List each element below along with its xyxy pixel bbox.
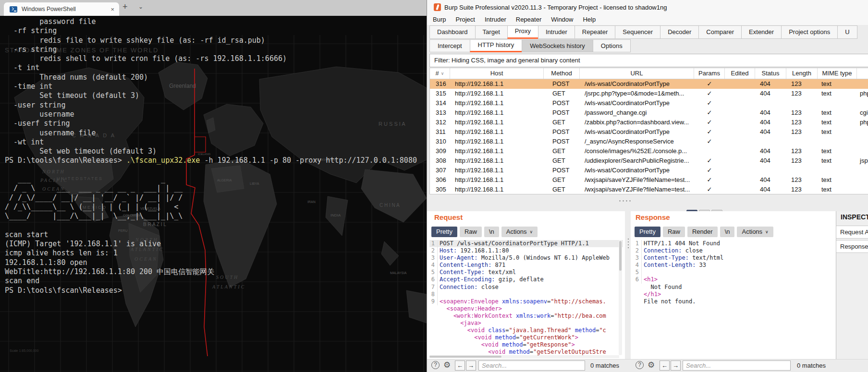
view-tab-n[interactable]: \n bbox=[720, 227, 735, 237]
prev-match-button[interactable]: ← bbox=[660, 360, 670, 371]
cell-ext bbox=[857, 146, 868, 156]
tab-dropdown-icon[interactable]: ⌄ bbox=[138, 3, 143, 10]
request-view-tabs: PrettyRaw\nActions∨ bbox=[431, 227, 538, 237]
sub-tab-options[interactable]: Options bbox=[593, 39, 631, 52]
cell-url: /_async/AsyncResponseService bbox=[580, 137, 694, 146]
table-row[interactable]: 313http://192.168.1.1POST/password_chang… bbox=[430, 108, 868, 118]
sub-tab-intercept[interactable]: Intercept bbox=[429, 39, 470, 52]
table-row[interactable]: 312http://192.168.1.1GET/zabbix.php?acti… bbox=[430, 118, 868, 127]
sub-tab-http-history[interactable]: HTTP history bbox=[470, 39, 523, 52]
menu-item-help[interactable]: Help bbox=[578, 14, 600, 23]
column-header-ext[interactable]: Ext bbox=[857, 68, 868, 79]
cell-mime-type: text bbox=[818, 108, 857, 118]
main-tab-proxy[interactable]: Proxy bbox=[507, 25, 538, 39]
next-match-button[interactable]: → bbox=[671, 360, 681, 371]
table-row[interactable]: 306http://192.168.1.1GET/wxjsapi/saveYZJ… bbox=[430, 175, 868, 185]
cell-ext bbox=[857, 98, 868, 108]
menu-item-window[interactable]: Window bbox=[546, 14, 578, 23]
response-editor[interactable]: 1HTTP/1.1 404 Not Found2Connection: clos… bbox=[634, 240, 832, 358]
close-tab-icon[interactable]: × bbox=[110, 6, 114, 13]
view-tab-actions[interactable]: Actions∨ bbox=[737, 227, 773, 237]
response-matches-label: 0 matches bbox=[797, 362, 826, 369]
cell-url: /wls-wsat/CoordinatorPortType bbox=[580, 79, 694, 89]
cell-ext: jsp bbox=[857, 156, 868, 166]
table-row[interactable]: 305http://192.168.1.1GET/wxjsapi/saveYZJ… bbox=[430, 185, 868, 194]
next-match-button[interactable]: → bbox=[466, 360, 476, 371]
response-panel: Response PrettyRawRender\nActions∨ 1HTTP… bbox=[631, 211, 836, 359]
view-tab-raw[interactable]: Raw bbox=[460, 227, 482, 237]
table-row[interactable]: 310http://192.168.1.1POST/_async/AsyncRe… bbox=[430, 137, 868, 146]
view-tab-raw[interactable]: Raw bbox=[663, 227, 685, 237]
cell-edited bbox=[725, 98, 755, 108]
response-search-input[interactable] bbox=[683, 360, 791, 371]
column-header-host[interactable]: Host bbox=[450, 68, 544, 79]
view-tab-pretty[interactable]: Pretty bbox=[431, 227, 457, 237]
main-tab-sequencer[interactable]: Sequencer bbox=[615, 25, 660, 39]
table-row[interactable]: 307http://192.168.1.1POST/wls-wsat/Coord… bbox=[430, 166, 868, 175]
cell-status: 404 bbox=[755, 156, 786, 166]
prev-match-button[interactable]: ← bbox=[455, 360, 465, 371]
sub-tab-websockets-history[interactable]: WebSockets history bbox=[522, 39, 593, 52]
main-tab-extender[interactable]: Extender bbox=[741, 25, 782, 39]
cell-method: GET bbox=[544, 185, 580, 194]
code-line: 3User-Agent: Mozilla/5.0 (Windows NT 6.1… bbox=[429, 254, 623, 262]
column-header-status[interactable]: Status bbox=[755, 68, 786, 79]
main-tab-comparer[interactable]: Comparer bbox=[698, 25, 742, 39]
powershell-icon bbox=[10, 6, 17, 12]
main-tab-repeater[interactable]: Repeater bbox=[575, 25, 615, 39]
cell--: 313 bbox=[430, 108, 450, 118]
gear-icon[interactable]: ⚙ bbox=[443, 360, 451, 370]
request-horizontal-scrollbar[interactable] bbox=[429, 355, 619, 358]
terminal-tab[interactable]: Windows PowerShell × bbox=[4, 2, 119, 16]
table-row[interactable]: 311http://192.168.1.1POST/wls-wsat/Coord… bbox=[430, 127, 868, 137]
new-tab-button[interactable]: + bbox=[122, 2, 128, 12]
request-search-input[interactable] bbox=[478, 360, 585, 371]
main-tab-decoder[interactable]: Decoder bbox=[660, 25, 699, 39]
view-tab-actions[interactable]: Actions∨ bbox=[501, 227, 538, 237]
cell-host: http://192.168.1.1 bbox=[450, 185, 544, 194]
cell-edited bbox=[725, 185, 755, 194]
view-tab-render[interactable]: Render bbox=[687, 227, 718, 237]
filter-bar[interactable]: Filter: Hiding CSS, image and general bi… bbox=[429, 54, 868, 67]
view-tab-pretty[interactable]: Pretty bbox=[635, 227, 660, 237]
column-header-params[interactable]: Params bbox=[694, 68, 725, 79]
cell-mime-type: text bbox=[818, 79, 857, 89]
gear-icon[interactable]: ⚙ bbox=[648, 360, 655, 370]
line-number: 4 bbox=[429, 262, 438, 269]
main-tab-target[interactable]: Target bbox=[475, 25, 508, 39]
table-row[interactable]: 309http://192.168.1.1GET/console/images/… bbox=[430, 146, 868, 156]
panel-divider[interactable] bbox=[625, 211, 631, 359]
main-tab-intruder[interactable]: Intruder bbox=[538, 25, 575, 39]
column-header-length[interactable]: Length bbox=[786, 68, 818, 79]
menu-item-intruder[interactable]: Intruder bbox=[480, 14, 511, 23]
request-editor[interactable]: 1POST /wls-wsat/CoordinatorPortType HTTP… bbox=[429, 240, 623, 358]
table-row[interactable]: 316http://192.168.1.1POST/wls-wsat/Coord… bbox=[430, 79, 868, 89]
column-header-mime-type[interactable]: MIME type bbox=[818, 68, 857, 79]
terminal-screen[interactable]: STANDARD TIME ZONES OF THE WORLDC A N A … bbox=[0, 16, 427, 372]
help-icon[interactable]: ? bbox=[636, 361, 644, 369]
cell-params: ✓ bbox=[694, 127, 725, 137]
main-tab-dashboard[interactable]: Dashboard bbox=[429, 25, 476, 39]
terminal-line: password file bbox=[5, 17, 417, 26]
view-tab-n[interactable]: \n bbox=[484, 227, 499, 237]
inspector-section-request-attributes[interactable]: Request Att bbox=[836, 226, 868, 239]
request-vertical-scrollbar[interactable] bbox=[619, 240, 622, 355]
menu-item-repeater[interactable]: Repeater bbox=[511, 14, 546, 23]
table-row[interactable]: 308http://192.168.1.1GET/uddiexplorer/Se… bbox=[430, 156, 868, 166]
column-header--[interactable]: #∨ bbox=[430, 68, 450, 79]
column-header-url[interactable]: URL bbox=[580, 68, 694, 79]
table-row[interactable]: 315http://192.168.1.1GET/jsrpc.php?type=… bbox=[430, 89, 868, 98]
column-header-method[interactable]: Method bbox=[544, 68, 580, 79]
column-header-edited[interactable]: Edited bbox=[725, 68, 755, 79]
terminal-line: -wt int bbox=[5, 138, 417, 147]
menu-item-burp[interactable]: Burp bbox=[428, 14, 451, 23]
table-header[interactable]: #∨HostMethodURLParamsEditedStatusLengthM… bbox=[430, 68, 868, 79]
inspector-section-response[interactable]: Response bbox=[836, 240, 868, 253]
table-row[interactable]: 314http://192.168.1.1POST/wls-wsat/Coord… bbox=[430, 98, 868, 108]
help-icon[interactable]: ? bbox=[431, 361, 440, 369]
main-tab-u[interactable]: U bbox=[837, 25, 857, 39]
cell-length bbox=[786, 166, 818, 175]
main-tab-project-options[interactable]: Project options bbox=[781, 25, 838, 39]
splitter-dots-icon[interactable] bbox=[618, 200, 633, 202]
menu-item-project[interactable]: Project bbox=[451, 14, 479, 23]
